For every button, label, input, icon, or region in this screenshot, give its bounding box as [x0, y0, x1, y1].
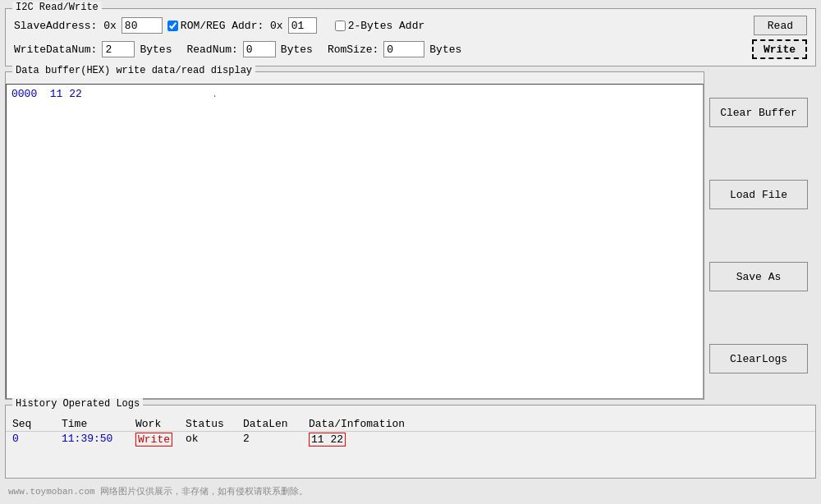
write-data-num-input[interactable] — [102, 41, 135, 57]
rom-size-input[interactable] — [383, 41, 424, 57]
col-datalen: DataLen — [236, 417, 302, 432]
two-bytes-checkbox-label[interactable]: 2-Bytes Addr — [335, 20, 425, 32]
bytes-label3: Bytes — [429, 44, 461, 56]
rom-size-label: RomSize: — [328, 44, 378, 56]
history-section: History Operated Logs Seq Time Work Stat… — [5, 405, 816, 479]
rom-reg-label: ROM/REG Addr: 0x — [181, 20, 283, 32]
row-time: 11:39:50 — [55, 432, 129, 448]
col-work: Work — [129, 417, 179, 432]
row-work: Write — [129, 432, 179, 448]
data-buffer-group: Data buffer(HEX) write data/read display… — [5, 71, 704, 400]
rom-reg-checkbox-label[interactable]: ROM/REG Addr: 0x — [167, 20, 283, 32]
i2c-group: I2C Read/Write SlaveAddress: 0x ROM/REG … — [5, 8, 816, 66]
middle-section: Data buffer(HEX) write data/read display… — [5, 71, 816, 400]
read-num-input[interactable] — [243, 41, 276, 57]
history-table-header: Seq Time Work Status DataLen Data/Infoma… — [6, 417, 815, 432]
data-cell: 11 22 — [309, 433, 346, 447]
i2c-group-label: I2C Read/Write — [12, 2, 102, 13]
main-container: I2C Read/Write SlaveAddress: 0x ROM/REG … — [0, 0, 821, 504]
i2c-row2: WriteDataNum: Bytes ReadNum: Bytes RomSi… — [14, 39, 807, 59]
write-data-num-label: WriteDataNum: — [14, 44, 97, 56]
row-status: ok — [179, 432, 236, 448]
row-datalen: 2 — [236, 432, 302, 448]
bytes-label2: Bytes — [281, 44, 313, 56]
table-row: 0 11:39:50 Write ok 2 11 22 — [6, 432, 815, 448]
right-buttons-panel: Clear Buffer Load File Save As ClearLogs — [709, 71, 816, 400]
row-data: 11 22 — [302, 432, 815, 448]
two-bytes-checkbox[interactable] — [335, 21, 346, 31]
row-seq: 0 — [6, 432, 55, 448]
bytes-label1: Bytes — [140, 44, 172, 56]
two-bytes-label: 2-Bytes Addr — [348, 20, 425, 32]
read-button[interactable]: Read — [754, 16, 807, 35]
clear-buffer-button[interactable]: Clear Buffer — [709, 98, 808, 127]
write-button[interactable]: Write — [752, 39, 807, 59]
history-label: History Operated Logs — [12, 398, 143, 410]
i2c-row1: SlaveAddress: 0x ROM/REG Addr: 0x 2-Byte… — [14, 16, 807, 35]
slave-address-label: SlaveAddress: 0x — [14, 20, 117, 32]
history-table: Seq Time Work Status DataLen Data/Infoma… — [6, 417, 815, 447]
clear-logs-button[interactable]: ClearLogs — [709, 344, 808, 373]
data-buffer-text: 0000 11 22 — [11, 88, 82, 100]
load-file-button[interactable]: Load File — [709, 180, 808, 209]
col-time: Time — [55, 417, 129, 432]
rom-reg-checkbox[interactable] — [167, 21, 178, 31]
history-header-row: Seq Time Work Status DataLen Data/Infoma… — [6, 417, 815, 432]
col-seq: Seq — [6, 417, 55, 432]
col-data: Data/Infomation — [302, 417, 815, 432]
col-status: Status — [179, 417, 236, 432]
rom-reg-input[interactable] — [288, 17, 317, 34]
data-buffer-content[interactable]: 0000 11 22 . — [6, 84, 704, 399]
work-cell: Write — [135, 433, 172, 447]
save-as-button[interactable]: Save As — [709, 262, 808, 291]
data-buffer-label: Data buffer(HEX) write data/read display — [12, 65, 255, 76]
slave-address-input[interactable] — [122, 17, 163, 34]
history-table-body: 0 11:39:50 Write ok 2 11 22 — [6, 432, 815, 448]
read-num-label: ReadNum: — [186, 44, 237, 56]
watermark: www.toymoban.com 网络图片仅供展示，非存储，如有侵权请联系删除。 — [5, 483, 816, 499]
